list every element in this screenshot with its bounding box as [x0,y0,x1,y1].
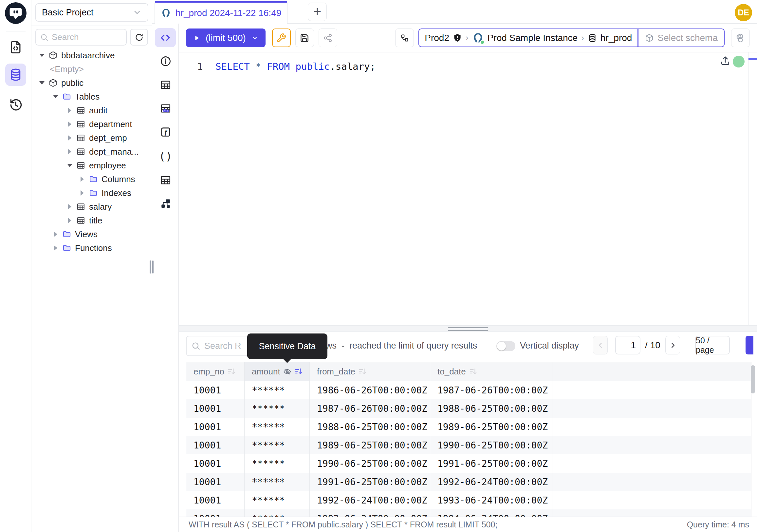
nav-worksheet[interactable] [0,40,31,54]
table-row[interactable]: 10001 ****** 1989-06-25T00:00:00Z 1990-0… [186,436,751,454]
caret-right-icon[interactable] [67,108,73,113]
table-grid-icon [76,120,85,129]
caret-right-icon[interactable] [52,232,59,237]
strip-tables[interactable] [152,79,179,91]
sort-icon[interactable] [227,367,236,376]
bytebase-logo-glyph [5,2,26,24]
page-number-input[interactable] [615,336,640,355]
executed-query-text: WITH result AS ( SELECT * FROM public.sa… [189,520,497,529]
sidebar-search[interactable] [35,29,127,46]
table-scrollbar-thumb[interactable] [751,365,755,393]
table-grid-icon [76,106,85,115]
nav-database[interactable] [5,64,26,86]
tree-item-salary[interactable]: salary [31,200,152,214]
schema-select[interactable]: Select schema [638,28,725,47]
tree-item-views[interactable]: Views [31,227,152,241]
tree-item-dept-emp[interactable]: dept_emp [31,131,152,145]
tab-hr-prod[interactable]: hr_prod 2024-11-22 16:49 [155,1,288,24]
strip-info[interactable] [152,55,179,67]
share-sheet-button[interactable] [318,28,337,47]
ai-assistant-button[interactable] [731,28,750,47]
column-header-amount[interactable]: amount [245,362,310,381]
tree-item-title[interactable]: title [31,214,152,227]
sort-icon[interactable] [358,367,367,376]
caret-right-icon[interactable] [79,190,85,196]
search-icon [40,33,48,42]
vertical-display-label: Vertical display [520,341,579,351]
user-avatar[interactable]: DE [735,4,752,21]
sidebar: Basic Project bbdataarchive <Empty> publ… [31,0,152,532]
table-row[interactable]: 10001 ****** 1992-06-24T00:00:00Z 1993-0… [186,491,751,509]
add-tab-button[interactable]: + [308,3,327,21]
sidebar-search-input[interactable] [52,32,111,42]
refresh-schema-button[interactable] [130,29,148,46]
caret-right-icon[interactable] [67,149,73,154]
caret-down-icon[interactable] [39,81,45,84]
upload-sql-button[interactable] [720,55,731,66]
caret-right-icon[interactable] [67,135,73,141]
tree-item-indexes[interactable]: Indexes [31,186,152,200]
prev-page-button[interactable] [593,336,608,355]
sort-icon[interactable] [294,367,303,376]
next-page-button[interactable] [665,336,680,355]
schema-cube-icon [48,51,58,60]
caret-right-icon[interactable] [67,121,73,127]
table-row[interactable]: 10001 ****** 1990-06-25T00:00:00Z 1991-0… [186,454,751,473]
tree-item-department[interactable]: department [31,117,152,131]
sql-editor[interactable]: 1 SELECT * FROM public.salary; [179,52,757,325]
caret-down-icon[interactable] [52,95,59,98]
query-limit-notice: ws - reached the limit of query results [326,341,477,351]
tree-item-employee[interactable]: employee [31,159,152,172]
run-query-button[interactable]: (limit 500) [186,28,265,47]
caret-right-icon[interactable] [52,245,59,251]
table-row[interactable]: 10001 ****** 1986-06-26T00:00:00Z 1987-0… [186,381,751,399]
table-row[interactable]: 10001 ****** 1988-06-25T00:00:00Z 1989-0… [186,418,751,436]
caret-right-icon[interactable] [79,176,85,182]
strip-procedures[interactable]: () [152,150,179,163]
caret-down-icon[interactable] [67,164,73,167]
strip-schema-diagram[interactable] [152,198,179,210]
table-row[interactable]: 10001 ****** 1987-06-26T00:00:00Z 1988-0… [186,399,751,418]
caret-right-icon[interactable] [67,218,73,223]
tree-item-audit[interactable]: audit [31,104,152,117]
column-header-to-date[interactable]: to_date [430,362,552,381]
strip-masked-data[interactable] [152,103,179,114]
strip-functions[interactable] [152,126,179,138]
editor-scrollbar[interactable] [748,52,757,325]
column-header-from-date[interactable]: from_date [310,362,430,381]
save-sheet-button[interactable] [295,28,314,47]
tree-item-functions[interactable]: Functions [31,241,152,255]
tree-item-bbdataarchive[interactable]: bbdataarchive [31,48,152,62]
folder-icon [89,188,98,198]
panel-splitter[interactable] [179,325,757,332]
connection-scope[interactable]: Prod2 › Prod Sample Instance › hr_prod [418,28,638,47]
parentheses-icon: () [159,150,172,163]
caret-right-icon[interactable] [67,204,73,209]
strip-external-tables[interactable] [152,174,179,186]
bytebase-logo[interactable] [5,2,26,24]
caret-down-icon[interactable] [39,54,45,57]
sort-icon[interactable] [469,367,477,376]
column-header-empty [552,362,751,381]
page-size-select[interactable]: 50 / page [695,336,730,355]
strip-code-view[interactable] [155,28,176,47]
table-grid-icon [76,133,85,142]
column-header-emp-no[interactable]: emp_no [186,362,245,381]
tree-item-public[interactable]: public [31,76,152,90]
table-row[interactable]: 10001 ****** 1993-06-24T00:00:00Z 1994-0… [186,509,751,516]
nav-history[interactable] [0,98,31,112]
table-row[interactable]: 10001 ****** 1991-06-25T00:00:00Z 1992-0… [186,473,751,491]
folder-icon [89,174,98,184]
postgres-icon [161,8,171,18]
tree-item-dept-manager[interactable]: dept_mana... [31,145,152,159]
sidebar-resize-handle[interactable] [150,261,154,273]
export-results-button[interactable] [745,336,753,355]
project-select[interactable]: Basic Project [35,3,148,22]
connection-button[interactable] [395,28,414,47]
vertical-display-toggle[interactable] [497,341,515,351]
schema-cube-icon [645,33,654,43]
chevron-down-icon [133,8,142,17]
tree-item-tables[interactable]: Tables [31,90,152,104]
tree-item-columns[interactable]: Columns [31,172,152,186]
format-sql-button[interactable] [272,28,291,47]
